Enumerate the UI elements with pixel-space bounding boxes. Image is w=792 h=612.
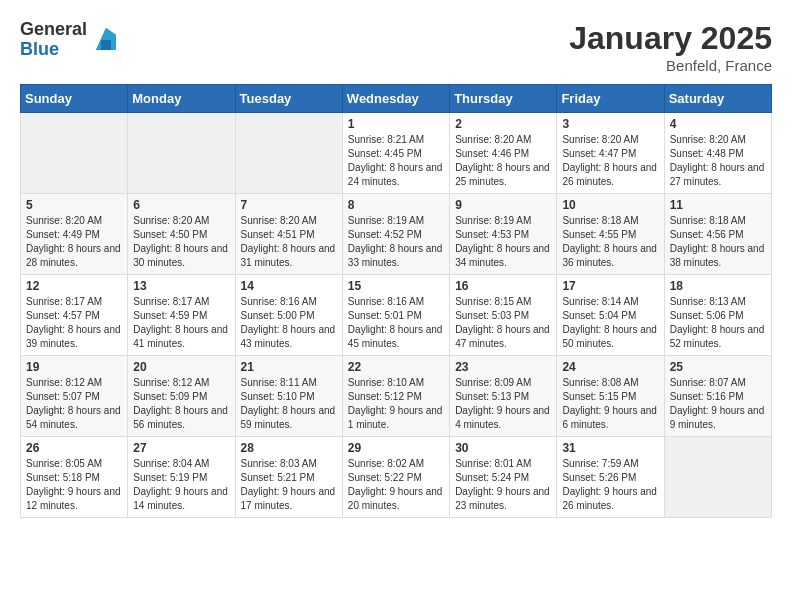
day-info: Sunrise: 8:16 AMSunset: 5:01 PMDaylight:… xyxy=(348,295,444,351)
day-info: Sunrise: 8:18 AMSunset: 4:56 PMDaylight:… xyxy=(670,214,766,270)
calendar-cell: 14Sunrise: 8:16 AMSunset: 5:00 PMDayligh… xyxy=(235,275,342,356)
weekday-header: Sunday xyxy=(21,85,128,113)
day-number: 24 xyxy=(562,360,658,374)
logo: General Blue xyxy=(20,20,121,60)
day-number: 16 xyxy=(455,279,551,293)
day-number: 14 xyxy=(241,279,337,293)
calendar-cell: 18Sunrise: 8:13 AMSunset: 5:06 PMDayligh… xyxy=(664,275,771,356)
weekday-header: Friday xyxy=(557,85,664,113)
day-info: Sunrise: 8:07 AMSunset: 5:16 PMDaylight:… xyxy=(670,376,766,432)
title-block: January 2025 Benfeld, France xyxy=(569,20,772,74)
day-info: Sunrise: 8:20 AMSunset: 4:49 PMDaylight:… xyxy=(26,214,122,270)
day-number: 28 xyxy=(241,441,337,455)
page-header: General Blue January 2025 Benfeld, Franc… xyxy=(20,20,772,74)
weekday-header: Saturday xyxy=(664,85,771,113)
day-info: Sunrise: 8:19 AMSunset: 4:53 PMDaylight:… xyxy=(455,214,551,270)
day-info: Sunrise: 8:11 AMSunset: 5:10 PMDaylight:… xyxy=(241,376,337,432)
calendar-week-row: 26Sunrise: 8:05 AMSunset: 5:18 PMDayligh… xyxy=(21,437,772,518)
day-info: Sunrise: 8:17 AMSunset: 4:59 PMDaylight:… xyxy=(133,295,229,351)
day-number: 29 xyxy=(348,441,444,455)
day-number: 2 xyxy=(455,117,551,131)
calendar-cell: 22Sunrise: 8:10 AMSunset: 5:12 PMDayligh… xyxy=(342,356,449,437)
calendar-cell xyxy=(664,437,771,518)
logo-icon xyxy=(91,25,121,55)
calendar-cell: 20Sunrise: 8:12 AMSunset: 5:09 PMDayligh… xyxy=(128,356,235,437)
day-info: Sunrise: 8:15 AMSunset: 5:03 PMDaylight:… xyxy=(455,295,551,351)
weekday-header: Thursday xyxy=(450,85,557,113)
weekday-header: Wednesday xyxy=(342,85,449,113)
calendar-cell: 16Sunrise: 8:15 AMSunset: 5:03 PMDayligh… xyxy=(450,275,557,356)
day-info: Sunrise: 8:03 AMSunset: 5:21 PMDaylight:… xyxy=(241,457,337,513)
day-number: 17 xyxy=(562,279,658,293)
day-info: Sunrise: 8:12 AMSunset: 5:09 PMDaylight:… xyxy=(133,376,229,432)
day-number: 19 xyxy=(26,360,122,374)
day-number: 10 xyxy=(562,198,658,212)
day-info: Sunrise: 8:20 AMSunset: 4:46 PMDaylight:… xyxy=(455,133,551,189)
calendar-cell: 26Sunrise: 8:05 AMSunset: 5:18 PMDayligh… xyxy=(21,437,128,518)
day-info: Sunrise: 8:20 AMSunset: 4:51 PMDaylight:… xyxy=(241,214,337,270)
day-number: 18 xyxy=(670,279,766,293)
calendar: SundayMondayTuesdayWednesdayThursdayFrid… xyxy=(20,84,772,518)
weekday-header: Tuesday xyxy=(235,85,342,113)
calendar-cell: 30Sunrise: 8:01 AMSunset: 5:24 PMDayligh… xyxy=(450,437,557,518)
calendar-cell xyxy=(235,113,342,194)
day-number: 6 xyxy=(133,198,229,212)
calendar-cell: 31Sunrise: 7:59 AMSunset: 5:26 PMDayligh… xyxy=(557,437,664,518)
day-number: 31 xyxy=(562,441,658,455)
day-number: 13 xyxy=(133,279,229,293)
day-number: 23 xyxy=(455,360,551,374)
calendar-cell: 19Sunrise: 8:12 AMSunset: 5:07 PMDayligh… xyxy=(21,356,128,437)
calendar-cell: 23Sunrise: 8:09 AMSunset: 5:13 PMDayligh… xyxy=(450,356,557,437)
calendar-week-row: 5Sunrise: 8:20 AMSunset: 4:49 PMDaylight… xyxy=(21,194,772,275)
day-info: Sunrise: 8:02 AMSunset: 5:22 PMDaylight:… xyxy=(348,457,444,513)
day-info: Sunrise: 8:09 AMSunset: 5:13 PMDaylight:… xyxy=(455,376,551,432)
calendar-week-row: 1Sunrise: 8:21 AMSunset: 4:45 PMDaylight… xyxy=(21,113,772,194)
day-number: 15 xyxy=(348,279,444,293)
day-info: Sunrise: 8:17 AMSunset: 4:57 PMDaylight:… xyxy=(26,295,122,351)
calendar-cell: 28Sunrise: 8:03 AMSunset: 5:21 PMDayligh… xyxy=(235,437,342,518)
day-info: Sunrise: 8:10 AMSunset: 5:12 PMDaylight:… xyxy=(348,376,444,432)
calendar-week-row: 19Sunrise: 8:12 AMSunset: 5:07 PMDayligh… xyxy=(21,356,772,437)
logo-text: General Blue xyxy=(20,20,87,60)
day-number: 25 xyxy=(670,360,766,374)
calendar-cell: 15Sunrise: 8:16 AMSunset: 5:01 PMDayligh… xyxy=(342,275,449,356)
day-info: Sunrise: 8:16 AMSunset: 5:00 PMDaylight:… xyxy=(241,295,337,351)
calendar-cell: 8Sunrise: 8:19 AMSunset: 4:52 PMDaylight… xyxy=(342,194,449,275)
day-info: Sunrise: 8:20 AMSunset: 4:47 PMDaylight:… xyxy=(562,133,658,189)
calendar-cell: 4Sunrise: 8:20 AMSunset: 4:48 PMDaylight… xyxy=(664,113,771,194)
calendar-cell: 27Sunrise: 8:04 AMSunset: 5:19 PMDayligh… xyxy=(128,437,235,518)
day-info: Sunrise: 8:18 AMSunset: 4:55 PMDaylight:… xyxy=(562,214,658,270)
day-number: 20 xyxy=(133,360,229,374)
day-number: 27 xyxy=(133,441,229,455)
day-number: 30 xyxy=(455,441,551,455)
calendar-cell: 24Sunrise: 8:08 AMSunset: 5:15 PMDayligh… xyxy=(557,356,664,437)
day-number: 8 xyxy=(348,198,444,212)
logo-blue: Blue xyxy=(20,40,87,60)
calendar-cell: 29Sunrise: 8:02 AMSunset: 5:22 PMDayligh… xyxy=(342,437,449,518)
day-number: 3 xyxy=(562,117,658,131)
calendar-cell xyxy=(128,113,235,194)
location: Benfeld, France xyxy=(569,57,772,74)
day-info: Sunrise: 8:19 AMSunset: 4:52 PMDaylight:… xyxy=(348,214,444,270)
day-number: 9 xyxy=(455,198,551,212)
calendar-cell: 10Sunrise: 8:18 AMSunset: 4:55 PMDayligh… xyxy=(557,194,664,275)
day-info: Sunrise: 8:20 AMSunset: 4:48 PMDaylight:… xyxy=(670,133,766,189)
day-info: Sunrise: 8:05 AMSunset: 5:18 PMDaylight:… xyxy=(26,457,122,513)
day-info: Sunrise: 8:04 AMSunset: 5:19 PMDaylight:… xyxy=(133,457,229,513)
day-info: Sunrise: 8:08 AMSunset: 5:15 PMDaylight:… xyxy=(562,376,658,432)
calendar-cell: 7Sunrise: 8:20 AMSunset: 4:51 PMDaylight… xyxy=(235,194,342,275)
calendar-cell: 13Sunrise: 8:17 AMSunset: 4:59 PMDayligh… xyxy=(128,275,235,356)
calendar-cell: 17Sunrise: 8:14 AMSunset: 5:04 PMDayligh… xyxy=(557,275,664,356)
month-title: January 2025 xyxy=(569,20,772,57)
day-info: Sunrise: 8:14 AMSunset: 5:04 PMDaylight:… xyxy=(562,295,658,351)
day-number: 7 xyxy=(241,198,337,212)
day-number: 12 xyxy=(26,279,122,293)
calendar-cell: 12Sunrise: 8:17 AMSunset: 4:57 PMDayligh… xyxy=(21,275,128,356)
day-number: 21 xyxy=(241,360,337,374)
day-info: Sunrise: 8:01 AMSunset: 5:24 PMDaylight:… xyxy=(455,457,551,513)
calendar-cell: 1Sunrise: 8:21 AMSunset: 4:45 PMDaylight… xyxy=(342,113,449,194)
weekday-header-row: SundayMondayTuesdayWednesdayThursdayFrid… xyxy=(21,85,772,113)
calendar-cell: 6Sunrise: 8:20 AMSunset: 4:50 PMDaylight… xyxy=(128,194,235,275)
day-info: Sunrise: 7:59 AMSunset: 5:26 PMDaylight:… xyxy=(562,457,658,513)
calendar-cell: 3Sunrise: 8:20 AMSunset: 4:47 PMDaylight… xyxy=(557,113,664,194)
